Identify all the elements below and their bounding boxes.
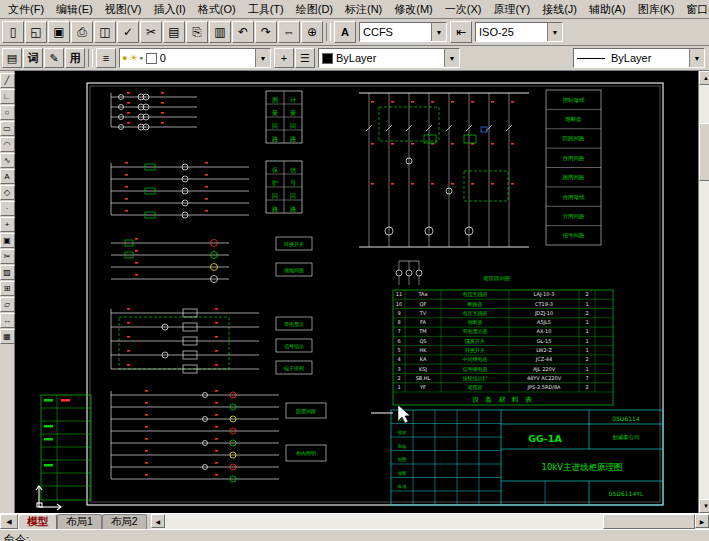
make-layer-icon[interactable]: +: [274, 48, 294, 68]
layer-lock-icon[interactable]: ▪: [140, 53, 143, 63]
spell-check-icon[interactable]: ✓: [117, 21, 139, 43]
tab-模型[interactable]: 模型: [18, 514, 57, 529]
menu-item-13[interactable]: 图库(K): [632, 1, 681, 18]
block-tool-icon[interactable]: ▦: [0, 329, 15, 344]
trim-tool-icon[interactable]: ✂: [0, 249, 15, 264]
menu-item-0[interactable]: 文件(F): [2, 1, 50, 18]
svg-text:TAa: TAa: [417, 291, 427, 297]
line-tool-icon[interactable]: ╱: [0, 73, 15, 88]
layer-combo[interactable]: ● ☀ ▪ 0 ▼: [119, 48, 271, 68]
menu-item-9[interactable]: 一次(X): [439, 1, 488, 18]
zoom-window-icon[interactable]: ⊕: [301, 21, 323, 43]
vertical-scroll-track: [699, 181, 709, 499]
scroll-right-icon[interactable]: ▶: [695, 514, 709, 528]
command-line-bar[interactable]: 命令:: [0, 529, 709, 541]
cut-icon[interactable]: ✂: [140, 21, 162, 43]
tab-scroll-left-icon[interactable]: ◀: [0, 514, 18, 529]
print-icon[interactable]: ⎙: [71, 21, 93, 43]
save-icon[interactable]: ▣: [48, 21, 70, 43]
undo-icon[interactable]: ↶: [232, 21, 254, 43]
cad-drawing[interactable]: 测量回路计量回路保护回路信号回路转换开关储能回路带电显示信号指示端子排列防雷回路…: [15, 71, 698, 513]
pan-icon[interactable]: ⇔: [278, 21, 300, 43]
svg-text:1: 1: [585, 338, 588, 344]
doc-number-full: 05D6114YL: [609, 490, 644, 497]
tab-布局2[interactable]: 布局2: [102, 514, 147, 529]
menu-item-7[interactable]: 标注(N): [339, 1, 388, 18]
text-tool-icon[interactable]: A: [0, 169, 15, 184]
rectangle-tool-icon[interactable]: ▭: [0, 121, 15, 136]
word-button[interactable]: 词: [23, 48, 43, 68]
array-tool-icon[interactable]: ⊞: [0, 281, 15, 296]
tab-布局1[interactable]: 布局1: [57, 514, 102, 529]
match-properties-icon[interactable]: ▥: [209, 21, 231, 43]
svg-text:FA: FA: [420, 319, 426, 325]
svg-text:路: 路: [272, 205, 278, 213]
horizontal-scrollbar[interactable]: ◀ ▶: [151, 514, 709, 529]
layers-icon[interactable]: ≡: [96, 48, 116, 68]
chevron-down-icon[interactable]: ▼: [547, 23, 562, 41]
menu-item-2[interactable]: 视图(V): [99, 1, 148, 18]
drawing-canvas[interactable]: 测量回路计量回路保护回路信号回路转换开关储能回路带电显示信号指示端子排列防雷回路…: [15, 71, 698, 513]
arc-tool-icon[interactable]: ◠: [0, 137, 15, 152]
layer-freeze-icon[interactable]: ☀: [129, 53, 137, 63]
draw-order-icon[interactable]: ▤: [2, 48, 22, 68]
use-button[interactable]: 用: [65, 48, 85, 68]
svg-text:7: 7: [585, 375, 588, 381]
text-style-icon[interactable]: A: [334, 21, 356, 43]
menu-item-1[interactable]: 编辑(E): [50, 1, 99, 18]
copy-object-tool-icon[interactable]: ▣: [0, 233, 15, 248]
hatch-tool-icon[interactable]: ▨: [0, 265, 15, 280]
polygon-tool-icon[interactable]: ◇: [0, 185, 15, 200]
svg-text:2: 2: [585, 356, 588, 362]
menu-item-8[interactable]: 修改(M): [388, 1, 439, 18]
svg-text:7: 7: [397, 328, 400, 334]
svg-text:护: 护: [271, 179, 278, 186]
chevron-down-icon[interactable]: ▼: [444, 49, 459, 67]
vertical-scroll-thumb[interactable]: [699, 123, 709, 181]
color-combo[interactable]: ByLayer ▼: [318, 48, 460, 68]
pencil-icon[interactable]: ✎: [44, 48, 64, 68]
print-preview-icon[interactable]: ◫: [94, 21, 116, 43]
chevron-down-icon[interactable]: ▼: [255, 49, 270, 67]
menu-item-10[interactable]: 原理(Y): [487, 1, 536, 18]
point-tool-icon[interactable]: ·: [0, 201, 15, 216]
horizontal-scroll-thumb[interactable]: [603, 514, 695, 529]
copy-icon[interactable]: ▤: [163, 21, 185, 43]
svg-text:4: 4: [397, 356, 400, 362]
menu-item-14[interactable]: 窗口(W): [680, 1, 709, 18]
circle-tool-icon[interactable]: ○: [0, 105, 15, 120]
dimension-tool-icon[interactable]: ↔: [0, 313, 15, 328]
dim-style-combo[interactable]: ISO-25 ▼: [475, 22, 563, 42]
layer-on-icon[interactable]: ●: [122, 53, 127, 63]
spline-tool-icon[interactable]: ∿: [0, 153, 15, 168]
menu-item-6[interactable]: 绘图(D): [290, 1, 339, 18]
svg-text:批准: 批准: [397, 484, 408, 489]
menu-item-11[interactable]: 接线(J): [536, 1, 583, 18]
layout-tabs: 模型布局1布局2: [18, 514, 147, 529]
new-icon[interactable]: ▯: [2, 21, 24, 43]
open-icon[interactable]: ◱: [25, 21, 47, 43]
chevron-down-icon[interactable]: ▼: [689, 49, 704, 67]
menu-item-5[interactable]: 工具(T): [242, 1, 290, 18]
erase-tool-icon[interactable]: ▱: [0, 297, 15, 312]
svg-text:信号指示: 信号指示: [284, 343, 304, 350]
svg-text:信号继电器: 信号继电器: [463, 366, 488, 373]
menu-item-12[interactable]: 辅助(A): [583, 1, 632, 18]
layer-properties-icon[interactable]: ☰: [295, 48, 315, 68]
chevron-down-icon[interactable]: ▼: [431, 23, 446, 41]
scroll-left-icon[interactable]: ◀: [151, 514, 165, 528]
paste-icon[interactable]: ⎘: [186, 21, 208, 43]
move-tool-icon[interactable]: +: [0, 217, 15, 232]
svg-text:1: 1: [585, 319, 588, 325]
dim-style-icon[interactable]: ⇤: [450, 21, 472, 43]
menu-item-4[interactable]: 格式(O): [192, 1, 242, 18]
svg-text:保: 保: [272, 166, 278, 173]
vertical-scrollbar[interactable]: ▲ ▼: [698, 71, 709, 513]
menu-item-3[interactable]: 插入(I): [147, 1, 191, 18]
polyline-tool-icon[interactable]: ∟: [0, 89, 15, 104]
redo-icon[interactable]: ↷: [255, 21, 277, 43]
text-style-combo[interactable]: CCFS ▼: [359, 22, 447, 42]
linetype-combo[interactable]: ByLayer ▼: [573, 48, 705, 68]
scroll-up-icon[interactable]: ▲: [699, 71, 709, 85]
scroll-down-icon[interactable]: ▼: [699, 499, 709, 513]
